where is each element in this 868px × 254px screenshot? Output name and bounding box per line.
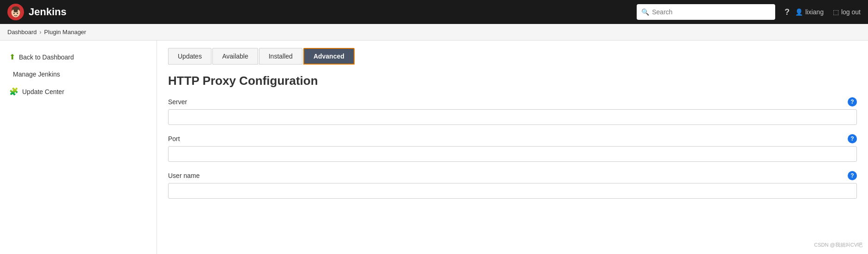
back-arrow-icon: ⬆ — [9, 53, 15, 61]
navbar-right: 👤 lixiang ⬚ log out — [795, 8, 861, 16]
help-icon-button[interactable]: ? — [784, 7, 790, 17]
breadcrumb-dashboard-link[interactable]: Dashboard — [7, 29, 37, 35]
server-help-icon[interactable]: ? — [848, 97, 857, 106]
logout-label: log out — [841, 8, 861, 16]
user-name: lixiang — [805, 8, 824, 16]
sidebar: ⬆ Back to Dashboard Manage Jenkins 🧩 Upd… — [0, 41, 157, 254]
username-help-icon[interactable]: ? — [848, 171, 857, 180]
port-label: Port — [168, 135, 180, 142]
server-input[interactable] — [168, 109, 857, 125]
breadcrumb-current: Plugin Manager — [44, 29, 86, 35]
svg-rect-4 — [12, 10, 14, 12]
port-field-group: Port ? — [168, 134, 857, 162]
username-label-row: User name ? — [168, 171, 857, 180]
port-label-row: Port ? — [168, 134, 857, 143]
search-icon: 🔍 — [641, 8, 649, 16]
svg-rect-5 — [18, 10, 19, 12]
sidebar-item-back-to-dashboard[interactable]: ⬆ Back to Dashboard — [0, 48, 157, 66]
username-input[interactable] — [168, 183, 857, 199]
navbar: Jenkins 🔍 ? 👤 lixiang ⬚ log out — [0, 0, 868, 24]
logout-icon: ⬚ — [833, 8, 839, 16]
username-label: User name — [168, 172, 199, 179]
breadcrumb: Dashboard › Plugin Manager — [0, 24, 868, 41]
svg-point-3 — [17, 12, 18, 14]
main-layout: ⬆ Back to Dashboard Manage Jenkins 🧩 Upd… — [0, 41, 868, 254]
user-icon: 👤 — [795, 8, 803, 16]
jenkins-title: Jenkins — [29, 6, 66, 18]
sidebar-item-update-center[interactable]: 🧩 Update Center — [0, 83, 157, 100]
search-container: 🔍 — [637, 4, 775, 20]
jenkins-avatar — [7, 4, 24, 20]
server-label-row: Server ? — [168, 97, 857, 106]
tab-updates[interactable]: Updates — [168, 48, 211, 65]
tab-installed[interactable]: Installed — [259, 48, 302, 65]
tab-available[interactable]: Available — [212, 48, 258, 65]
breadcrumb-separator: › — [40, 29, 42, 35]
port-input[interactable] — [168, 146, 857, 162]
username-field-group: User name ? — [168, 171, 857, 199]
server-field-group: Server ? — [168, 97, 857, 125]
svg-point-2 — [13, 12, 15, 14]
sidebar-item-label: Update Center — [22, 88, 64, 95]
port-help-icon[interactable]: ? — [848, 134, 857, 143]
jenkins-logo[interactable]: Jenkins — [7, 4, 66, 20]
search-input[interactable] — [652, 8, 771, 16]
user-profile[interactable]: 👤 lixiang — [795, 8, 824, 16]
sidebar-item-manage-jenkins[interactable]: Manage Jenkins — [0, 66, 157, 83]
tab-advanced[interactable]: Advanced — [303, 48, 355, 65]
server-label: Server — [168, 98, 187, 106]
sidebar-item-label: Back to Dashboard — [19, 53, 74, 61]
section-title: HTTP Proxy Configuration — [168, 74, 857, 88]
watermark: CSDN @我就叫CV吧 — [814, 242, 862, 248]
puzzle-icon: 🧩 — [9, 87, 18, 96]
tabs: Updates Available Installed Advanced — [168, 48, 857, 65]
logout-button[interactable]: ⬚ log out — [833, 8, 861, 16]
sidebar-item-label: Manage Jenkins — [13, 71, 60, 78]
main-content: Updates Available Installed Advanced HTT… — [157, 41, 868, 254]
